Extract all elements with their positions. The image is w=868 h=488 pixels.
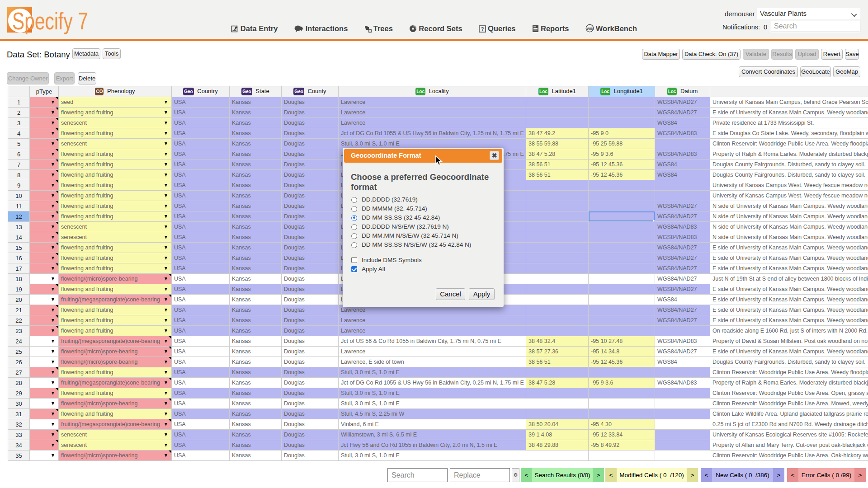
svg-text:?: ? — [481, 26, 484, 32]
svg-text:WB: WB — [587, 27, 593, 31]
